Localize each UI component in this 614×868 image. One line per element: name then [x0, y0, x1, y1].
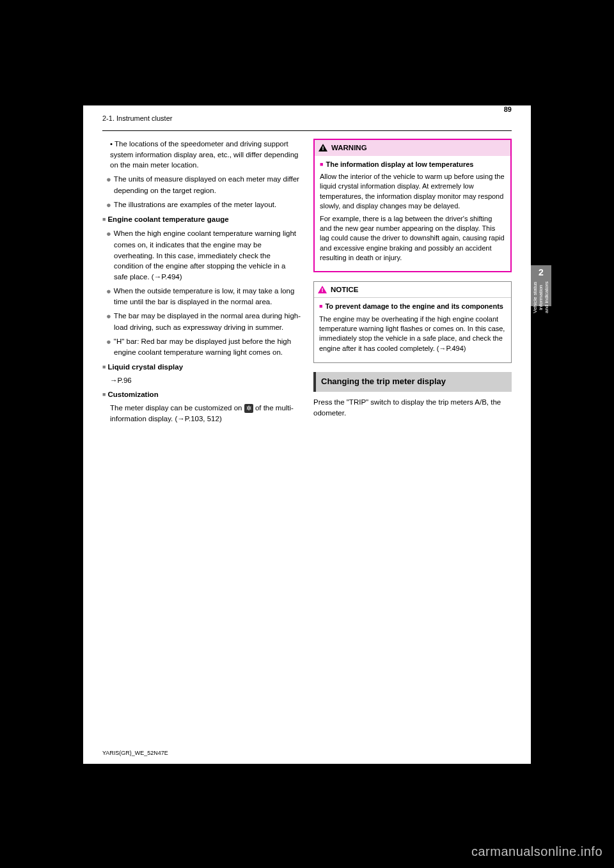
watermark: carmanualsonline.info: [471, 844, 602, 859]
gear-icon: ✲: [244, 404, 253, 413]
bullet-item: ●The illustrations are examples of the m…: [102, 199, 301, 211]
warning-triangle-icon: [319, 144, 327, 151]
chapter-tab-label: Vehicle status information and indicator…: [533, 280, 549, 314]
bullet-icon: ●: [106, 286, 111, 296]
square-icon: ■: [102, 391, 106, 398]
sub-bullet-item: ●When the high engine coolant temperatur…: [102, 228, 301, 283]
page-body: • The locations of the speedometer and d…: [83, 131, 531, 426]
right-column: WARNING ■The information display at low …: [313, 139, 512, 426]
page-header: 2-1. Instrument cluster 89: [102, 105, 512, 131]
manual-page: 2-1. Instrument cluster 89 2 Vehicle sta…: [83, 105, 531, 764]
bullet-icon: ●: [106, 174, 111, 184]
chapter-tab-number: 2: [533, 268, 549, 277]
sub-bullet-text: The bar may be displayed in the normal a…: [114, 312, 301, 331]
notice-box: NOTICE ■To prevent damage to the engine …: [313, 281, 512, 364]
warning-header: WARNING: [315, 140, 510, 156]
square-icon: ■: [102, 364, 106, 370]
page-number: 89: [504, 105, 512, 113]
notice-label: NOTICE: [331, 284, 358, 295]
section-breadcrumb: 2-1. Instrument cluster: [102, 114, 172, 122]
notice-body: ■To prevent damage to the engine and its…: [314, 298, 511, 362]
bullet-item: ●The units of measure displayed on each …: [102, 173, 301, 196]
bullet-icon: ●: [106, 311, 111, 321]
cross-ref: →P.96: [102, 375, 301, 386]
customization-text: The meter display can be customized on ✲…: [102, 403, 301, 424]
section-body-text: Press the "TRIP" switch to display the t…: [313, 397, 512, 418]
sub-bullet-item: ●"H" bar: Red bar may be displayed just …: [102, 336, 301, 359]
sub-bullet-text: When the outside temperature is low, it …: [114, 287, 295, 306]
warning-body: ■The information display at low temperat…: [315, 156, 510, 271]
section-heading-bar: Changing the trip meter display: [313, 372, 512, 392]
warning-item-text: For example, there is a lag between the …: [320, 214, 505, 263]
warning-box: WARNING ■The information display at low …: [313, 139, 512, 272]
bullet-icon: ●: [106, 200, 111, 210]
square-icon: ■: [320, 161, 323, 167]
square-icon: ■: [319, 303, 322, 309]
sub-bullet-item: ●The bar may be displayed in the normal …: [102, 310, 301, 333]
bullet-text: The units of measure displayed on each m…: [114, 175, 299, 194]
notice-item-heading: ■To prevent damage to the engine and its…: [319, 302, 506, 311]
sub-bullet-item: ●When the outside temperature is low, it…: [102, 285, 301, 308]
bullet-icon: ●: [106, 229, 111, 238]
notice-header: NOTICE: [314, 282, 511, 298]
doc-code: YARIS(GR)_WE_52N47E: [102, 750, 168, 756]
notice-triangle-icon: [318, 286, 327, 293]
square-icon: ■: [102, 216, 106, 222]
intro-text: • The locations of the speedometer and d…: [102, 139, 301, 171]
subsection-heading: ■Liquid crystal display: [102, 362, 301, 373]
sub-bullet-text: "H" bar: Red bar may be displayed just b…: [114, 337, 291, 357]
warning-item-heading: ■The information display at low temperat…: [320, 160, 505, 169]
sub-body-text: When the high engine coolant temperature…: [114, 229, 296, 281]
bullet-text: The illustrations are examples of the me…: [114, 201, 276, 208]
notice-item-text: The engine may be overheating if the hig…: [319, 314, 506, 354]
chapter-tab: 2 Vehicle status information and indicat…: [531, 265, 551, 306]
subsection-heading: ■Customization: [102, 389, 301, 400]
warning-item-text: Allow the interior of the vehicle to war…: [320, 172, 505, 212]
warning-label: WARNING: [331, 143, 367, 153]
left-column: • The locations of the speedometer and d…: [102, 139, 301, 426]
bullet-icon: ●: [106, 337, 111, 346]
subsection-heading: ■Engine coolant temperature gauge: [102, 214, 301, 225]
